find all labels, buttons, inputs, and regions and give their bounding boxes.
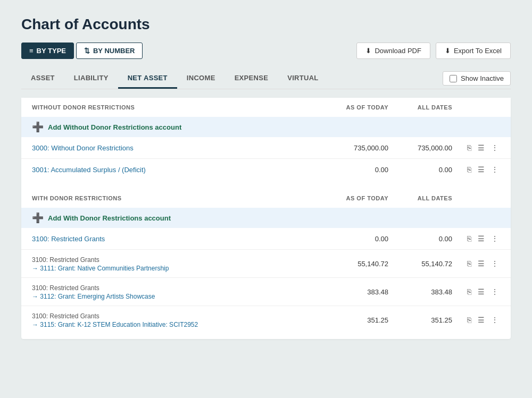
amount-all: 383.48 xyxy=(388,288,452,296)
tab-net-asset[interactable]: NET ASSET xyxy=(118,69,177,89)
add-with-donor-button[interactable]: ➕ Add With Donor Restrictions account xyxy=(21,208,511,228)
action-buttons: ⬇ Download PDF ⬇ Export To Excel xyxy=(356,43,511,59)
tab-liability[interactable]: LIABILITY xyxy=(64,69,118,89)
download-pdf-button[interactable]: ⬇ Download PDF xyxy=(356,43,430,59)
account-parent-text: 3100: Restricted Grants xyxy=(32,284,99,292)
table-row: 3100: Restricted Grants → 3112: Grant: E… xyxy=(21,278,511,306)
account-name: 3000: Without Donor Restrictions xyxy=(32,143,325,152)
row-actions: ⎘ ☰ ⋮ xyxy=(452,286,500,297)
tab-expense[interactable]: EXPENSE xyxy=(225,69,278,89)
table-row: 3001: Accumulated Surplus / (Deficit) 0.… xyxy=(21,159,511,180)
account-name: 3001: Accumulated Surplus / (Deficit) xyxy=(32,165,325,174)
account-parent-text: 3100: Restricted Grants xyxy=(32,256,99,264)
without-donor-header: WITHOUT DONOR RESTRICTIONS AS OF TODAY A… xyxy=(21,98,511,117)
by-number-button[interactable]: ⇅ BY NUMBER xyxy=(76,43,143,59)
table-row: 3100: Restricted Grants → 3111: Grant: N… xyxy=(21,250,511,278)
row-actions: ⎘ ☰ ⋮ xyxy=(452,142,500,153)
excel-icon: ⬇ xyxy=(445,47,451,55)
table-row: 3100: Restricted Grants 0.00 0.00 ⎘ ☰ ⋮ xyxy=(21,228,511,250)
tab-virtual[interactable]: VIRTUAL xyxy=(278,69,328,89)
more-icon[interactable]: ⋮ xyxy=(489,258,500,269)
edit-icon[interactable]: ⎘ xyxy=(466,233,473,244)
show-inactive-checkbox[interactable] xyxy=(450,75,457,82)
add-without-donor-label: Add Without Donor Restrictions account xyxy=(48,123,181,131)
amount-today: 55,140.72 xyxy=(325,260,388,268)
list-icon[interactable]: ☰ xyxy=(476,315,486,325)
table-row: 3100: Restricted Grants → 3115: Grant: K… xyxy=(21,306,511,334)
tab-asset[interactable]: ASSET xyxy=(21,69,64,89)
edit-icon[interactable]: ⎘ xyxy=(466,164,473,175)
amount-today: 383.48 xyxy=(325,288,388,296)
row-actions: ⎘ ☰ ⋮ xyxy=(452,258,500,269)
account-name-text[interactable]: 3100: Restricted Grants xyxy=(32,235,105,243)
account-name-text[interactable]: 3000: Without Donor Restrictions xyxy=(32,144,134,152)
without-donor-section: WITHOUT DONOR RESTRICTIONS AS OF TODAY A… xyxy=(21,98,511,180)
by-type-button[interactable]: ≡ BY TYPE xyxy=(21,43,74,59)
list-icon[interactable]: ☰ xyxy=(476,258,486,269)
show-inactive-toggle[interactable]: Show Inactive xyxy=(443,71,511,86)
amount-today: 0.00 xyxy=(325,166,388,174)
amount-today: 0.00 xyxy=(325,235,388,243)
account-sub-text[interactable]: → 3111: Grant: Native Communities Partne… xyxy=(32,265,169,272)
amount-all: 0.00 xyxy=(388,235,452,243)
view-toggle: ≡ BY TYPE ⇅ BY NUMBER xyxy=(21,43,143,59)
toolbar: ≡ BY TYPE ⇅ BY NUMBER ⬇ Download PDF ⬇ E… xyxy=(21,43,511,59)
with-donor-section: WITH DONOR RESTRICTIONS AS OF TODAY ALL … xyxy=(21,189,511,334)
amount-today: 735,000.00 xyxy=(325,144,388,152)
account-name-text[interactable]: 3001: Accumulated Surplus / (Deficit) xyxy=(32,166,146,174)
amount-all: 351.25 xyxy=(388,316,452,324)
edit-icon[interactable]: ⎘ xyxy=(466,142,473,153)
pdf-icon: ⬇ xyxy=(365,47,371,55)
tab-income[interactable]: INCOME xyxy=(177,69,225,89)
row-actions: ⎘ ☰ ⋮ xyxy=(452,315,500,325)
with-donor-col1: AS OF TODAY xyxy=(325,195,388,201)
download-pdf-label: Download PDF xyxy=(375,47,421,55)
account-name: 3100: Restricted Grants xyxy=(32,234,325,243)
edit-icon[interactable]: ⎘ xyxy=(466,286,473,297)
account-parent-text: 3100: Restricted Grants xyxy=(32,312,99,320)
by-type-label: BY TYPE xyxy=(37,47,66,55)
edit-icon[interactable]: ⎘ xyxy=(466,258,473,269)
content-card: WITHOUT DONOR RESTRICTIONS AS OF TODAY A… xyxy=(21,98,511,339)
export-excel-button[interactable]: ⬇ Export To Excel xyxy=(436,43,511,59)
with-donor-header: WITH DONOR RESTRICTIONS AS OF TODAY ALL … xyxy=(21,189,511,208)
row-actions: ⎘ ☰ ⋮ xyxy=(452,233,500,244)
page-title: Chart of Accounts xyxy=(21,16,511,33)
with-donor-col2: ALL DATES xyxy=(388,195,452,201)
sort-icon: ⇅ xyxy=(84,47,90,55)
amount-all: 735,000.00 xyxy=(388,144,452,152)
account-info: 3100: Restricted Grants → 3115: Grant: K… xyxy=(32,311,325,328)
account-info: 3100: Restricted Grants → 3112: Grant: E… xyxy=(32,283,325,300)
amount-today: 351.25 xyxy=(325,316,388,324)
tabs-row: ASSET LIABILITY NET ASSET INCOME EXPENSE… xyxy=(21,69,511,89)
list-icon: ≡ xyxy=(29,47,34,55)
edit-icon[interactable]: ⎘ xyxy=(466,315,473,325)
list-icon[interactable]: ☰ xyxy=(476,233,486,244)
by-number-label: BY NUMBER xyxy=(93,47,135,55)
add-with-donor-label: Add With Donor Restrictions account xyxy=(48,214,171,222)
list-icon[interactable]: ☰ xyxy=(476,142,486,153)
account-sub-text[interactable]: → 3112: Grant: Emerging Artists Showcase xyxy=(32,293,155,300)
plus-icon: ➕ xyxy=(32,213,44,223)
more-icon[interactable]: ⋮ xyxy=(489,164,500,175)
account-sub-text[interactable]: → 3115: Grant: K-12 STEM Education Initi… xyxy=(32,321,198,328)
more-icon[interactable]: ⋮ xyxy=(489,286,500,297)
plus-icon: ➕ xyxy=(32,122,44,132)
more-icon[interactable]: ⋮ xyxy=(489,142,500,153)
export-excel-label: Export To Excel xyxy=(454,47,502,55)
amount-all: 0.00 xyxy=(388,166,452,174)
list-icon[interactable]: ☰ xyxy=(476,286,486,297)
amount-all: 55,140.72 xyxy=(388,260,452,268)
without-donor-col2: ALL DATES xyxy=(388,104,452,111)
with-donor-title: WITH DONOR RESTRICTIONS xyxy=(32,195,325,201)
without-donor-title: WITHOUT DONOR RESTRICTIONS xyxy=(32,104,325,111)
more-icon[interactable]: ⋮ xyxy=(489,315,500,325)
without-donor-col1: AS OF TODAY xyxy=(325,104,388,111)
more-icon[interactable]: ⋮ xyxy=(489,233,500,244)
show-inactive-label[interactable]: Show Inactive xyxy=(461,74,504,82)
table-row: 3000: Without Donor Restrictions 735,000… xyxy=(21,137,511,159)
account-info: 3100: Restricted Grants → 3111: Grant: N… xyxy=(32,255,325,272)
list-icon[interactable]: ☰ xyxy=(476,164,486,175)
add-without-donor-button[interactable]: ➕ Add Without Donor Restrictions account xyxy=(21,117,511,137)
row-actions: ⎘ ☰ ⋮ xyxy=(452,164,500,175)
